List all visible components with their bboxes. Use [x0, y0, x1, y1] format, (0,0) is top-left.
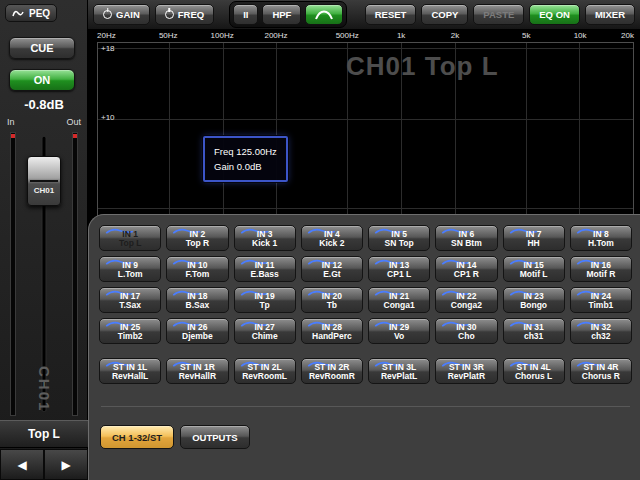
band-ii-button[interactable]: II	[233, 4, 258, 25]
channel-button-st-in-1r[interactable]: ST IN 1RRevHallR	[166, 358, 228, 384]
channel-button-name: RevRoomL	[235, 372, 295, 381]
freq-tick-label: 10k	[574, 31, 587, 40]
channel-button-name: ch31	[504, 332, 564, 341]
meter-out-label: Out	[66, 117, 81, 127]
channel-button-in-24[interactable]: IN 24Timb1	[570, 287, 632, 313]
gain-tick-label: +18	[101, 44, 115, 53]
channel-button-name: SN Btm	[436, 239, 496, 248]
channel-button-name: E.Bass	[235, 270, 295, 279]
gain-button-label: GAIN	[116, 9, 140, 20]
freq-lock-button[interactable]: FREQ	[155, 4, 214, 25]
channel-button-in-7[interactable]: IN 7HH	[503, 225, 565, 251]
channel-button-in-22[interactable]: IN 22Conga2	[435, 287, 497, 313]
channel-button-name: CP1 L	[369, 270, 429, 279]
prev-channel-button[interactable]: ◀	[0, 449, 44, 480]
channel-button-in-6[interactable]: IN 6SN Btm	[435, 225, 497, 251]
channel-button-in-19[interactable]: IN 19Tp	[234, 287, 296, 313]
copy-button[interactable]: COPY	[421, 4, 468, 25]
channel-button-st-in-4r[interactable]: ST IN 4RChorus R	[570, 358, 632, 384]
next-channel-button[interactable]: ▶	[44, 449, 88, 480]
hpf-button[interactable]: HPF	[262, 4, 301, 25]
channel-button-in-16[interactable]: IN 16Motif R	[570, 256, 632, 282]
meter-in-label: In	[7, 117, 15, 127]
channel-button-in-28[interactable]: IN 28HandPerc	[301, 318, 363, 344]
channel-button-in-29[interactable]: IN 29Vo	[368, 318, 430, 344]
graph-channel-watermark: CH01 Top L	[346, 51, 499, 82]
frequency-ruler: 20Hz50Hz100Hz200Hz500Hz1k2k5k10k20k	[97, 30, 634, 42]
eq-on-button[interactable]: EQ ON	[529, 4, 580, 25]
fader-area: CH01 CH01	[0, 130, 88, 418]
channel-button-st-in-2l[interactable]: ST IN 2LRevRoomL	[234, 358, 296, 384]
channel-button-name: Tb	[302, 301, 362, 310]
channel-button-in-23[interactable]: IN 23Bongo	[503, 287, 565, 313]
channel-button-name: E.Gt	[302, 270, 362, 279]
channel-button-in-31[interactable]: IN 31ch31	[503, 318, 565, 344]
tooltip-freq-value: Freq 125.00Hz	[214, 144, 277, 159]
cue-button[interactable]: CUE	[9, 37, 75, 59]
channel-button-st-in-3r[interactable]: ST IN 3RRevPlatR	[435, 358, 497, 384]
channel-button-in-11[interactable]: IN 11E.Bass	[234, 256, 296, 282]
fader-handle[interactable]: CH01	[27, 156, 61, 206]
channel-button-in-32[interactable]: IN 32ch32	[570, 318, 632, 344]
channel-button-in-2[interactable]: IN 2Top R	[166, 225, 228, 251]
channel-button-in-15[interactable]: IN 15Motif L	[503, 256, 565, 282]
channel-button-in-3[interactable]: IN 3Kick 1	[234, 225, 296, 251]
channel-button-name: ch32	[571, 332, 631, 341]
on-button[interactable]: ON	[9, 69, 75, 91]
channel-button-name: B.Sax	[167, 301, 227, 310]
channel-button-name: HH	[504, 239, 564, 248]
output-level-meter	[72, 132, 78, 416]
channel-button-in-5[interactable]: IN 5SN Top	[368, 225, 430, 251]
channel-button-st-in-2r[interactable]: ST IN 2RRevRoomR	[301, 358, 363, 384]
channel-button-in-9[interactable]: IN 9L.Tom	[99, 256, 161, 282]
mixer-button[interactable]: MIXER	[585, 4, 635, 25]
channel-button-in-8[interactable]: IN 8H.Tom	[570, 225, 632, 251]
channel-button-name: Cho	[436, 332, 496, 341]
freq-tick-label: 100Hz	[211, 31, 234, 40]
eq-point-tooltip: Freq 125.00Hz Gain 0.0dB	[203, 136, 288, 182]
channel-button-st-in-4l[interactable]: ST IN 4LChorus L	[503, 358, 565, 384]
channel-button-name: Chorus R	[571, 372, 631, 381]
channel-button-in-25[interactable]: IN 25Timb2	[99, 318, 161, 344]
channel-button-in-4[interactable]: IN 4Kick 2	[301, 225, 363, 251]
paste-button[interactable]: PASTE	[473, 4, 524, 25]
channel-button-in-26[interactable]: IN 26Djembe	[166, 318, 228, 344]
channel-button-in-13[interactable]: IN 13CP1 L	[368, 256, 430, 282]
peq-icon	[12, 8, 24, 18]
channel-button-in-14[interactable]: IN 14CP1 R	[435, 256, 497, 282]
channel-button-st-in-1l[interactable]: ST IN 1LRevHallL	[99, 358, 161, 384]
channel-name: Top L	[0, 420, 88, 448]
gain-lock-button[interactable]: GAIN	[93, 4, 150, 25]
channel-button-name: Timb1	[571, 301, 631, 310]
channel-button-in-18[interactable]: IN 18B.Sax	[166, 287, 228, 313]
fader-handle-label: CH01	[28, 186, 60, 195]
grid-line-horizontal	[98, 48, 633, 49]
channel-button-name: RevHallR	[167, 372, 227, 381]
channel-grid: IN 1Top LIN 2Top RIN 3Kick 1IN 4Kick 2IN…	[89, 215, 640, 384]
channel-button-name: Top L	[100, 239, 160, 248]
channel-button-in-27[interactable]: IN 27Chime	[234, 318, 296, 344]
channel-button-name: Timb2	[100, 332, 160, 341]
channel-button-in-12[interactable]: IN 12E.Gt	[301, 256, 363, 282]
channel-button-in-1[interactable]: IN 1Top L	[99, 225, 161, 251]
tab-ch-1-32-st[interactable]: CH 1-32/ST	[100, 425, 174, 449]
peq-tab[interactable]: PEQ	[5, 4, 57, 22]
reset-button[interactable]: RESET	[365, 4, 417, 25]
channel-button-in-21[interactable]: IN 21Conga1	[368, 287, 430, 313]
channel-button-name: RevPlatL	[369, 372, 429, 381]
freq-tick-label: 20k	[621, 31, 634, 40]
eq-band-type-button[interactable]	[305, 4, 343, 25]
channel-button-in-17[interactable]: IN 17T.Sax	[99, 287, 161, 313]
channel-button-name: T.Sax	[100, 301, 160, 310]
channel-button-st-in-3l[interactable]: ST IN 3LRevPlatL	[368, 358, 430, 384]
channel-button-name: RevPlatR	[436, 372, 496, 381]
channel-button-name: Chime	[235, 332, 295, 341]
channel-button-in-20[interactable]: IN 20Tb	[301, 287, 363, 313]
channel-button-in-10[interactable]: IN 10F.Tom	[166, 256, 228, 282]
channel-button-name: Vo	[369, 332, 429, 341]
channel-select-panel: IN 1Top LIN 2Top RIN 3Kick 1IN 4Kick 2IN…	[88, 214, 640, 480]
channel-button-in-30[interactable]: IN 30Cho	[435, 318, 497, 344]
tab-outputs[interactable]: OUTPUTS	[180, 425, 249, 449]
eq-editor-screen: PEQ CUE ON -0.8dB In Out CH01 CH01 Top L…	[0, 0, 640, 480]
channel-button-name: Djembe	[167, 332, 227, 341]
